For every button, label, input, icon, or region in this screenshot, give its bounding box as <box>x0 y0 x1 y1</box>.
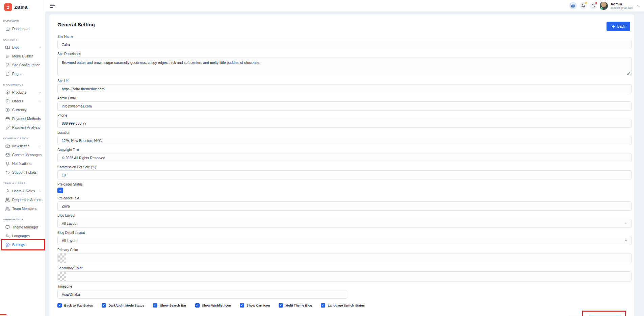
monitor-icon <box>5 225 10 229</box>
user-name: Admin <box>611 2 633 6</box>
sidebar-item-label: Payment Methods <box>12 117 41 121</box>
sidebar-item-products[interactable]: Products <box>0 88 45 97</box>
sidebar-section-team-users: TEAM & USERS Users & Roles Requested Aut… <box>0 180 45 213</box>
secondary-color-input[interactable] <box>57 271 632 282</box>
chevron-down-icon <box>624 221 628 225</box>
resize-grip-icon[interactable] <box>627 72 630 75</box>
sidebar-item-blog[interactable]: Blog <box>0 43 45 52</box>
sidebar-item-newsletter[interactable]: Newsletter <box>0 142 45 150</box>
toggle-label: Back to Top Status <box>64 303 93 307</box>
sidebar-item-label: Products <box>12 90 26 94</box>
toggle-dark-light-mode-status[interactable]: Dark/Light Mode Status <box>102 303 144 308</box>
messages-button[interactable] <box>590 2 597 9</box>
section-title: APPEARANCE <box>0 216 45 223</box>
main-content: General Setting Back Site Name Site Desc… <box>45 0 644 316</box>
language-globe-button[interactable] <box>569 2 577 9</box>
sidebar-item-menu-builder[interactable]: Menu Builder <box>0 52 45 60</box>
arrow-left-icon <box>612 25 615 28</box>
notifications-button[interactable] <box>579 2 587 9</box>
back-button-top[interactable]: Back <box>607 22 630 31</box>
checkbox-checked-icon[interactable] <box>279 303 283 308</box>
sidebar-toggle-icon[interactable] <box>50 4 56 8</box>
sidebar-item-theme-manager[interactable]: Theme Manager <box>0 223 45 232</box>
chevron-down-icon[interactable] <box>636 4 640 8</box>
checkbox-checked-icon[interactable] <box>153 303 157 308</box>
section-title: E-COMMERCE <box>0 81 45 88</box>
checkbox-checked-icon[interactable] <box>195 303 200 308</box>
sidebar-item-contact-messages[interactable]: Contact Messages <box>0 150 45 159</box>
back-button-label: Back <box>617 24 625 28</box>
annotation-fragment-bottom-left <box>0 314 6 315</box>
sidebar-item-requested-authors[interactable]: Requested Authors <box>0 195 45 204</box>
commission-input[interactable] <box>57 170 632 179</box>
brand-logo[interactable]: z zaira <box>0 0 45 15</box>
sidebar-item-orders[interactable]: Orders <box>0 97 45 105</box>
sidebar-item-payment-analysis[interactable]: Payment Analysis <box>0 123 45 132</box>
site-name-input[interactable] <box>57 40 632 49</box>
location-label: Location <box>57 131 632 135</box>
sidebar-item-pages[interactable]: Pages <box>0 69 45 78</box>
mail-icon <box>5 153 10 157</box>
globe-icon <box>571 4 575 8</box>
avatar[interactable] <box>600 2 608 10</box>
blog-detail-layout-select[interactable]: All Layout <box>57 236 632 245</box>
preloader-text-input[interactable] <box>57 201 632 211</box>
sidebar-item-label: Settings <box>12 243 25 247</box>
sidebar-item-team-members[interactable]: Team Members <box>0 204 45 213</box>
sidebar-item-users-roles[interactable]: Users & Roles <box>0 187 45 195</box>
site-url-input[interactable] <box>57 84 632 93</box>
checkbox-checked-icon[interactable] <box>240 303 244 308</box>
copyright-input[interactable] <box>57 153 632 162</box>
toggle-back-to-top-status[interactable]: Back to Top Status <box>57 303 93 308</box>
toggle-label: Multi Theme Blog <box>285 303 312 307</box>
sidebar-item-label: Theme Manager <box>12 225 38 229</box>
section-title: COMMUNICATION <box>0 135 45 142</box>
timezone-input[interactable] <box>57 290 347 299</box>
checkbox-checked-icon[interactable] <box>102 303 106 308</box>
site-url-label: Site Url <box>57 79 632 83</box>
admin-email-input[interactable] <box>57 101 632 111</box>
sidebar-item-dashboard[interactable]: Dashboard <box>0 24 45 33</box>
credit-card-icon <box>5 117 10 121</box>
header-actions: Admin admin@gmail.com <box>569 2 644 10</box>
toggle-label: Dark/Light Mode Status <box>108 303 144 307</box>
form-footer: Back Save changes <box>57 314 632 316</box>
sidebar-item-payment-methods[interactable]: Payment Methods <box>0 114 45 123</box>
preloader-status-checkbox[interactable] <box>57 188 63 193</box>
sidebar-item-currency[interactable]: Currency <box>0 105 45 114</box>
toggle-show-wishlist-icon[interactable]: Show Wishlist Icon <box>195 303 231 308</box>
sidebar-item-label: Site Configuration <box>12 63 40 67</box>
toggle-label: Show Cart Icon <box>247 303 270 307</box>
sidebar-item-label: Orders <box>12 99 23 103</box>
sidebar-item-support-tickets[interactable]: Support Tickets <box>0 168 45 177</box>
feature-toggles-row: Back to Top Status Dark/Light Mode Statu… <box>57 303 632 308</box>
checkbox-checked-icon[interactable] <box>321 303 325 308</box>
primary-color-input[interactable] <box>57 253 632 263</box>
document-icon <box>5 63 10 67</box>
checkbox-checked-icon[interactable] <box>57 303 62 308</box>
user-info[interactable]: Admin admin@gmail.com <box>611 2 633 9</box>
sidebar-section-appearance: APPEARANCE Theme Manager Languages Setti… <box>0 216 45 249</box>
toggle-multi-theme-blog[interactable]: Multi Theme Blog <box>279 303 312 308</box>
sidebar-item-notifications[interactable]: Notifications <box>0 159 45 168</box>
chevron-down-icon <box>38 46 42 49</box>
support-chat-icon <box>591 4 595 8</box>
blog-detail-layout-label: Blog Detail Layout <box>57 231 632 235</box>
location-input[interactable] <box>57 136 632 145</box>
sidebar-item-label: Newsletter <box>12 144 29 148</box>
site-name-label: Site Name <box>57 35 632 39</box>
sidebar-item-settings[interactable]: Settings <box>0 240 45 249</box>
toggle-show-search-bar[interactable]: Show Search Bar <box>153 303 186 308</box>
sidebar-item-site-configuration[interactable]: Site Configuration <box>0 60 45 69</box>
blog-layout-select[interactable]: All Layout <box>57 219 632 228</box>
sidebar-item-label: Users & Roles <box>12 189 35 193</box>
toggle-show-cart-icon[interactable]: Show Cart Icon <box>240 303 270 308</box>
bell-icon <box>581 4 585 8</box>
menu-lines-icon <box>5 54 10 58</box>
phone-input[interactable] <box>57 119 632 128</box>
logo-z-glyph: z <box>6 5 9 9</box>
sidebar-item-languages[interactable]: Languages <box>0 232 45 240</box>
box-icon <box>5 90 10 95</box>
site-description-textarea[interactable]: Browned butter and brown sugar caramelly… <box>57 57 632 76</box>
toggle-language-switch-status[interactable]: Language Switch Status <box>321 303 365 308</box>
